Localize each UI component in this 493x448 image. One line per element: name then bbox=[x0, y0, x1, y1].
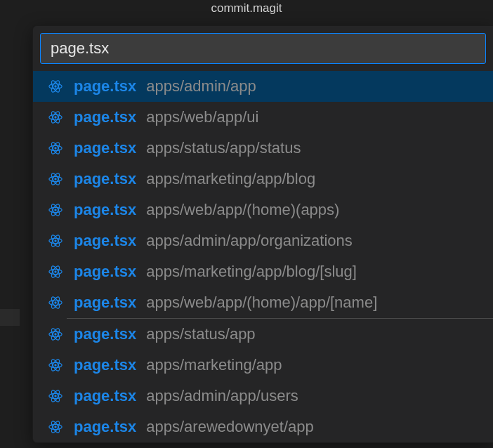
result-filename: page.tsx bbox=[74, 77, 136, 95]
svg-point-3 bbox=[54, 85, 56, 87]
svg-point-27 bbox=[54, 270, 56, 272]
quick-open-results: page.tsxapps/admin/apppage.tsxapps/web/a… bbox=[33, 71, 493, 442]
result-filename: page.tsx bbox=[74, 201, 136, 219]
quick-open-result[interactable]: page.tsxapps/web/app/(home)/app/[name] bbox=[33, 287, 493, 318]
svg-point-43 bbox=[54, 395, 56, 397]
react-ts-icon bbox=[47, 202, 64, 218]
result-path: apps/web/app/(home)(apps) bbox=[146, 201, 480, 219]
react-ts-icon bbox=[47, 109, 64, 126]
quick-open-result[interactable]: page.tsxapps/admin/app/organizations bbox=[33, 225, 493, 256]
quick-open-result[interactable]: page.tsxapps/web/app/(home)(apps) bbox=[33, 195, 493, 225]
result-filename: page.tsx bbox=[74, 139, 136, 157]
result-path: apps/admin/app bbox=[146, 77, 480, 95]
quick-open-result[interactable]: page.tsxapps/marketing/app/blog bbox=[33, 164, 493, 195]
result-path: apps/arewedownyet/app bbox=[146, 418, 480, 436]
react-ts-icon bbox=[47, 171, 64, 187]
svg-point-19 bbox=[54, 209, 56, 211]
quick-open-input[interactable] bbox=[51, 39, 475, 58]
result-path: apps/admin/app/organizations bbox=[146, 232, 480, 250]
workspace: commit.magit page.tsxapps/admin/apppage.… bbox=[0, 0, 493, 448]
result-filename: page.tsx bbox=[74, 325, 136, 343]
result-filename: page.tsx bbox=[74, 232, 136, 250]
svg-point-23 bbox=[54, 239, 56, 242]
svg-point-7 bbox=[54, 116, 56, 118]
quick-open-input-wrapper[interactable] bbox=[40, 33, 486, 64]
result-filename: page.tsx bbox=[74, 387, 136, 405]
result-path: apps/web/app/ui bbox=[146, 108, 480, 126]
react-ts-icon bbox=[47, 419, 64, 435]
result-path: apps/status/app/status bbox=[146, 139, 480, 157]
result-filename: page.tsx bbox=[74, 263, 136, 281]
react-ts-icon bbox=[47, 357, 64, 374]
svg-point-47 bbox=[54, 426, 56, 428]
react-ts-icon bbox=[47, 140, 64, 157]
window-title: commit.magit bbox=[0, 1, 493, 15]
result-filename: page.tsx bbox=[74, 356, 136, 374]
result-path: apps/marketing/app/blog/[slug] bbox=[146, 263, 480, 281]
react-ts-icon bbox=[47, 388, 64, 404]
svg-point-11 bbox=[54, 147, 56, 149]
result-filename: page.tsx bbox=[74, 418, 136, 436]
svg-point-31 bbox=[54, 301, 56, 303]
svg-point-35 bbox=[54, 333, 56, 335]
result-path: apps/admin/app/users bbox=[146, 387, 480, 405]
react-ts-icon bbox=[47, 263, 64, 280]
result-path: apps/status/app bbox=[146, 325, 480, 343]
quick-open-result[interactable]: page.tsxapps/status/app bbox=[33, 319, 493, 350]
result-path: apps/marketing/app/blog bbox=[146, 170, 480, 188]
quick-open-result[interactable]: page.tsxapps/admin/app/users bbox=[33, 381, 493, 411]
result-path: apps/web/app/(home)/app/[name] bbox=[146, 294, 480, 312]
react-ts-icon bbox=[47, 78, 64, 95]
quick-open-result[interactable]: page.tsxapps/arewedownyet/app bbox=[33, 411, 493, 442]
svg-point-39 bbox=[54, 364, 56, 366]
result-filename: page.tsx bbox=[74, 170, 136, 188]
result-filename: page.tsx bbox=[74, 108, 136, 126]
quick-open-panel: page.tsxapps/admin/apppage.tsxapps/web/a… bbox=[32, 25, 493, 443]
quick-open-result[interactable]: page.tsxapps/marketing/app/blog/[slug] bbox=[33, 256, 493, 287]
quick-open-result[interactable]: page.tsxapps/admin/app bbox=[33, 71, 493, 102]
react-ts-icon bbox=[47, 294, 64, 311]
quick-open-result[interactable]: page.tsxapps/marketing/app bbox=[33, 350, 493, 381]
react-ts-icon bbox=[47, 326, 64, 343]
quick-open-result[interactable]: page.tsxapps/status/app/status bbox=[33, 133, 493, 164]
quick-open-result[interactable]: page.tsxapps/web/app/ui bbox=[33, 102, 493, 133]
react-ts-icon bbox=[47, 232, 64, 249]
result-filename: page.tsx bbox=[74, 294, 136, 312]
result-path: apps/marketing/app bbox=[146, 356, 480, 374]
svg-point-15 bbox=[54, 178, 56, 180]
sidebar-stub bbox=[0, 309, 20, 326]
